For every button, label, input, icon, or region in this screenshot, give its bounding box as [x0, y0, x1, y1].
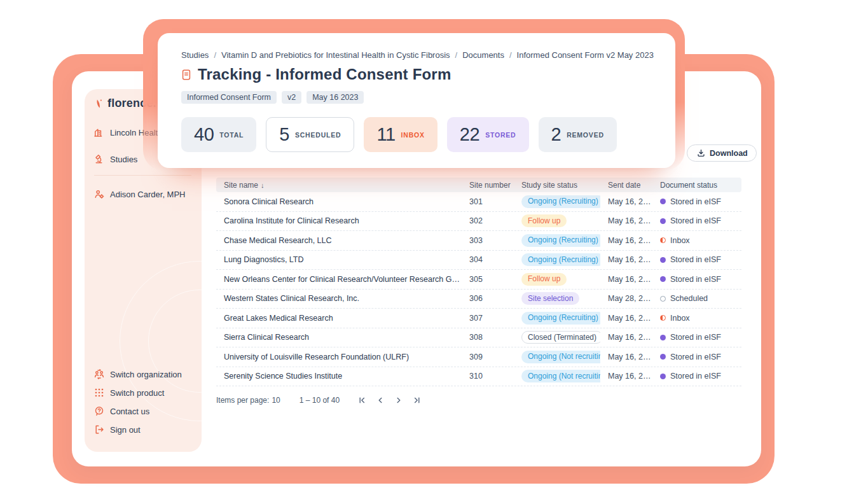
document-status-cell: Stored in eISF [652, 372, 741, 381]
document-status-dot [660, 218, 666, 224]
sent-date-cell: May 16, 2023 [600, 236, 652, 245]
sidebar-item-label: Contact us [110, 407, 149, 416]
document-status-label: Inbox [670, 236, 690, 245]
document-icon [181, 69, 191, 80]
column-header-site-name[interactable]: Site name↓ [216, 181, 462, 190]
document-status-cell: Stored in eISF [652, 255, 741, 264]
breadcrumb-item-documents[interactable]: Documents [462, 50, 504, 60]
column-header-study-site-status[interactable]: Study site status [514, 181, 600, 190]
status-badge: Closed (Terminated) [521, 331, 600, 344]
document-status-cell: Stored in eISF [652, 275, 741, 284]
document-status-label: Stored in eISF [670, 216, 721, 225]
title-row: Tracking - Informed Consent Form [181, 66, 675, 83]
site-name-cell: Lung Diagnostics, LTD [216, 255, 462, 264]
document-status-dot [660, 199, 666, 204]
stat-card-scheduled[interactable]: 5SCHEDULED [266, 117, 354, 152]
stat-value: 11 [376, 124, 395, 145]
sort-descending-icon: ↓ [261, 181, 265, 189]
sent-date-cell: May 28, 2023 [600, 294, 652, 303]
stat-value: 40 [194, 124, 214, 145]
switch-product-icon [94, 388, 104, 398]
study-site-status-cell: Follow up [514, 273, 600, 286]
study-site-status-cell: Ongoing (Recruiting) [514, 312, 600, 325]
stat-card-inbox[interactable]: 11INBOX [364, 117, 437, 152]
site-number-cell: 306 [462, 294, 514, 303]
site-name-cell: Sierra Clinical Research [216, 333, 462, 342]
breadcrumb-item-vitamin-d-and-prebiotics-for-i[interactable]: Vitamin D and Prebiotics for Intestinal … [221, 50, 450, 60]
pagination: Items per page: 10 1 – 10 of 40 [216, 395, 741, 405]
sidebar-item-label: Studies [110, 155, 137, 164]
document-status-label: Stored in eISF [670, 353, 721, 361]
microscope-icon [94, 154, 104, 164]
stat-value: 5 [279, 124, 289, 145]
site-number-cell: 301 [462, 197, 514, 206]
column-header-label: Document status [660, 181, 717, 190]
sidebar-item-adison-carder-mph[interactable]: Adison Carder, MPH [94, 188, 186, 200]
column-header-site-number[interactable]: Site number [462, 181, 514, 190]
stat-label: STORED [485, 131, 516, 139]
sidebar-user-section: Adison Carder, MPH [94, 188, 202, 200]
stat-value: 2 [551, 124, 561, 145]
document-status-label: Inbox [670, 314, 690, 323]
table-row[interactable]: Carolina Institute for Clinical Research… [216, 212, 741, 232]
document-tag: v2 [282, 91, 301, 104]
status-badge: Ongoing (Not recruiting) [521, 351, 600, 363]
items-per-page-value[interactable]: 10 [272, 396, 280, 405]
table-row[interactable]: New Orleans Center for Clinical Research… [216, 270, 741, 290]
download-button[interactable]: Download [687, 144, 757, 162]
breadcrumb-item-informed-consent-form-v2-may-2[interactable]: Informed Consent Form v2 May 2023 [517, 50, 654, 60]
table-row[interactable]: Western States Clinical Research, Inc.30… [216, 290, 741, 309]
download-label: Download [710, 149, 748, 158]
document-status-dot [660, 237, 666, 243]
site-name-cell: Chase Medical Research, LLC [216, 236, 462, 245]
site-number-cell: 305 [462, 275, 514, 284]
next-page-button[interactable] [394, 395, 404, 405]
table-row[interactable]: Great Lakes Medical Research307Ongoing (… [216, 309, 741, 328]
sidebar-item-switch-organization[interactable]: Switch organization [94, 368, 182, 380]
column-header-sent-date[interactable]: Sent date [600, 181, 652, 190]
user-settings-icon [94, 189, 104, 199]
status-badge: Ongoing (Recruiting) [521, 195, 600, 208]
site-number-cell: 302 [462, 216, 514, 225]
document-status-dot [660, 315, 666, 321]
stat-card-stored[interactable]: 22STORED [447, 117, 529, 152]
sent-date-cell: May 16, 2023 [600, 333, 652, 342]
column-header-label: Site name [224, 181, 258, 190]
sent-date-cell: May 16, 2023 [600, 353, 652, 361]
page-title: Tracking - Informed Consent Form [198, 66, 451, 83]
previous-page-button[interactable] [375, 395, 385, 405]
document-status-dot [660, 276, 666, 282]
first-page-button[interactable] [357, 395, 367, 405]
breadcrumb-separator: / [455, 50, 458, 60]
column-header-document-status[interactable]: Document status [652, 181, 741, 190]
sidebar-item-switch-product[interactable]: Switch product [94, 387, 182, 398]
document-status-cell: Stored in eISF [652, 216, 741, 225]
stat-card-total[interactable]: 40TOTAL [181, 117, 256, 152]
sidebar-user-label: Adison Carder, MPH [110, 190, 186, 199]
sidebar-item-sign-out[interactable]: Sign out [94, 424, 182, 435]
study-site-status-cell: Closed (Terminated) [514, 331, 600, 344]
document-status-label: Stored in eISF [670, 275, 721, 284]
study-site-status-cell: Ongoing (Recruiting) [514, 253, 600, 266]
sidebar-item-contact-us[interactable]: Contact us [94, 405, 182, 417]
column-header-label: Study site status [521, 181, 577, 190]
document-tag: May 16 2023 [307, 91, 364, 104]
previous-page-icon [375, 395, 385, 405]
table-row[interactable]: Chase Medical Research, LLC303Ongoing (R… [216, 231, 741, 251]
site-number-cell: 310 [462, 372, 514, 381]
stat-card-removed[interactable]: 2REMOVED [539, 117, 617, 152]
breadcrumb-item-studies[interactable]: Studies [181, 50, 209, 60]
study-site-status-cell: Ongoing (Recruiting) [514, 234, 600, 247]
table-row[interactable]: Sonora Clinical Research301Ongoing (Recr… [216, 192, 741, 212]
table-row[interactable]: Sierra Clinical Research308Closed (Termi… [216, 328, 741, 348]
site-name-cell: Serenity Science Studies Institute [216, 372, 462, 381]
table-row[interactable]: Serenity Science Studies Institute310Ong… [216, 367, 741, 387]
last-page-button[interactable] [412, 395, 422, 405]
document-tag: Informed Consent Form [181, 91, 277, 104]
status-badge: Site selection [521, 292, 579, 305]
document-status-cell: Scheduled [652, 294, 741, 303]
table-body: Sonora Clinical Research301Ongoing (Recr… [216, 192, 741, 386]
table-row[interactable]: University of Louisville Research Founda… [216, 347, 741, 367]
site-name-cell: University of Louisville Research Founda… [216, 353, 462, 361]
table-row[interactable]: Lung Diagnostics, LTD304Ongoing (Recruit… [216, 251, 741, 270]
